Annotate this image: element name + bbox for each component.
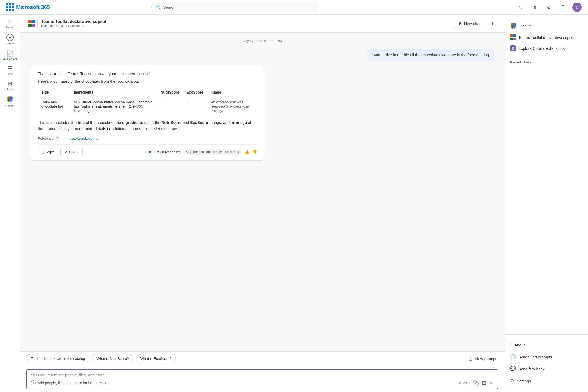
settings-button[interactable]: ⚙ [544,3,554,12]
ai-response-card: Thanks for using Teams Toolkit to create… [30,65,265,161]
add-people-label: Add people, files, and more for better r… [38,381,109,385]
sidebar-item-apps[interactable]: ⊞ Apps [1,79,19,93]
about-icon: ℹ [510,342,512,348]
chat-header-icon [26,18,38,29]
response-actions: ⎘ Copy ↗ Share 1 of 30 responses AI-gene… [38,144,257,156]
attachment-button[interactable]: 📎 [473,380,479,386]
rs-copilot-item[interactable]: Copilot [505,20,588,32]
prompt-chip-0[interactable]: Find dark chocolate in the catalog [26,354,89,363]
main-layout: ⌂ Home + Create 📄 My Content ☰ Feed ⊞ Ap… [0,15,588,392]
chat-subtitle: Summarize in a table all the c... [41,24,450,28]
rs-about-label: About [514,343,525,347]
sidebar-item-copilot[interactable]: Copilot [1,94,19,109]
new-chat-button[interactable]: ⊕ New chat [454,19,485,28]
loop-button[interactable]: ⊞ [482,380,486,386]
sidebar-item-feed[interactable]: ☰ Feed [1,64,19,78]
send-button[interactable]: ➤ [489,379,494,386]
scheduled-icon: 🕐 [510,354,516,360]
copy-button[interactable]: ⎘ Copy [38,148,58,156]
chat-title: Teams Toolkit declarative copilot [41,19,450,24]
collapse-button[interactable]: ⊡ [489,19,498,28]
cell-image: An external link was removed to protect … [207,97,257,115]
rs-recent-label: Recent chats [505,60,588,66]
chat-header: Teams Toolkit declarative copilot Summar… [20,15,505,33]
rs-scheduled-label: Scheduled prompts [518,355,552,359]
prompt-chip-1[interactable]: What is NutriScore? [92,354,133,363]
rs-explore-item[interactable]: ⊞ Explore Copilot extensions [505,43,588,54]
sidebar-item-create[interactable]: + Create [1,32,19,47]
thumbs-up-button[interactable]: 👍 [244,150,249,155]
char-count: 0 / 2000 [459,381,470,385]
help-button[interactable]: ? [558,3,568,12]
input-actions: 0 / 2000 📎 ⊞ ➤ [459,379,494,386]
rs-divider [505,57,588,57]
suggested-prompts-bar: Find dark chocolate in the catalog What … [20,351,505,366]
brand: Microsoft 365 [6,3,50,11]
col-ingredients: Ingredients [70,88,157,97]
rs-toolkit-item[interactable]: Teams Toolkit declarative copilot [505,32,588,43]
sidebar-item-my-content[interactable]: 📄 My Content [1,48,19,63]
rs-bottom: ℹ About 🕐 Scheduled prompts 💬 Send feedb… [505,334,588,387]
reference-icon: ↗ [63,136,66,140]
sidebar-item-feed-label: Feed [7,72,13,76]
add-people-button[interactable]: + Add people, files, and more for better… [31,380,109,385]
search-input[interactable] [163,5,314,9]
response-info: 1 of 30 responses AI-generated content m… [149,149,257,155]
search-box[interactable]: 🔍 [151,3,318,11]
chat-header-info: Teams Toolkit declarative copilot Summar… [41,19,450,28]
rs-feedback-item[interactable]: 💬 Send feedback [505,363,588,375]
reference-link[interactable]: https://world.openf... [68,137,98,140]
user-message: Summarize in a table all the chocolates … [367,49,494,61]
rs-feedback-label: Send feedback [518,367,544,371]
home-icon: ⌂ [8,19,11,24]
sidebar-item-home[interactable]: ⌂ Home [1,17,19,31]
col-image: Image [207,88,257,97]
rs-copilot-label: Copilot [519,24,532,28]
brand-name: Microsoft 365 [16,4,50,10]
sidebar-item-my-content-label: My Content [2,57,17,60]
rs-about-item[interactable]: ℹ About [505,339,588,351]
cell-ingredients: Milk, sugar, cocoa butter, cocoa mass, v… [70,97,157,115]
ai-badge: AI-generated content may be incorrect [183,149,242,155]
chat-input[interactable] [31,373,494,377]
share-button[interactable]: ⬆ [530,3,540,12]
col-title: Title [38,88,70,97]
rs-scheduled-item[interactable]: 🕐 Scheduled prompts [505,351,588,363]
explore-icon: ⊞ [510,45,516,51]
view-prompts-icon: 📋 [468,356,473,361]
chat-input-area: + Add people, files, and more for better… [20,366,505,392]
my-content-icon: 📄 [6,51,13,56]
reference-badge: 1 [56,136,60,141]
copy-label: Copy [45,150,54,154]
topbar: Microsoft 365 🔍 ☺ ⬆ ⚙ ? U [0,0,588,15]
copilot-logo [510,22,517,29]
rs-explore-label: Explore Copilot extensions [518,46,565,51]
view-prompts-button[interactable]: 📋 View prompts [468,356,498,361]
ai-response-summary: Here's a summary of the chocolates from … [38,79,257,83]
col-nutriscore: NutriScore [157,88,183,97]
left-sidebar: ⌂ Home + Create 📄 My Content ☰ Feed ⊞ Ap… [0,15,20,392]
teams-toolkit-logo [28,20,35,27]
rs-settings-item[interactable]: ⚙ Settings [505,375,588,387]
apps-icon: ⊞ [8,81,12,87]
sidebar-item-create-label: Create [5,42,14,45]
avatar[interactable]: U [572,3,582,12]
settings-icon: ⚙ [510,378,514,384]
user-message-wrapper: Summarize in a table all the chocolates … [30,49,494,61]
center-content: Teams Toolkit declarative copilot Summar… [20,15,505,392]
emoji-button[interactable]: ☺ [516,3,525,12]
copilot-icon [7,96,13,103]
search-icon: 🔍 [156,5,161,10]
share-icon: ↗ [64,150,68,154]
chat-input-footer: + Add people, files, and more for better… [31,379,494,386]
cell-ecoscore: E [183,97,207,115]
prompt-chip-2[interactable]: What is EcoScore? [136,354,176,363]
share-button[interactable]: ↗ Share [60,148,83,156]
share-label: Share [69,150,79,154]
sidebar-item-apps-label: Apps [7,88,13,91]
right-sidebar: Copilot Teams Toolkit declarative copilo… [505,15,588,392]
thumbs-down-button[interactable]: 👎 [252,150,257,155]
feed-icon: ☰ [7,66,13,71]
rs-toolkit-label: Teams Toolkit declarative copilot [518,35,574,40]
chat-timestamp: May 17, 2024 at 02:21 AM [30,39,494,43]
